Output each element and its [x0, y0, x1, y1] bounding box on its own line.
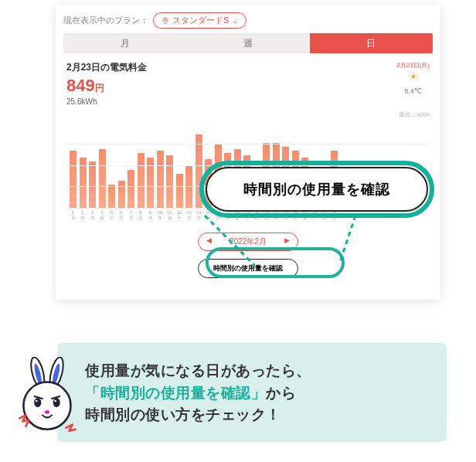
svg-point-18 — [53, 398, 60, 407]
chart-bar[interactable] — [108, 185, 115, 208]
svg-line-6 — [410, 73, 410, 74]
weather-widget: 2月23日(月) 9.4℃ — [396, 61, 430, 96]
tip-line3: 時間別の使い方をチェック！ — [85, 406, 281, 423]
next-month-icon[interactable]: ▶ — [284, 236, 290, 244]
chart-bar[interactable] — [196, 134, 202, 208]
month-picker[interactable]: ◀ 2022年2月 ▶ — [198, 233, 298, 251]
svg-point-21 — [45, 410, 49, 413]
summary-title: 2月23日の電気料金 — [66, 61, 147, 74]
chart-bar[interactable] — [128, 170, 134, 208]
chart-bar[interactable] — [70, 151, 76, 208]
tab-day[interactable]: 日 — [310, 33, 433, 53]
tip-bubble: 使用量が気になる日があったら、 「時間別の使用量を確認」から 時間別の使い方をチ… — [57, 343, 447, 442]
summary-price: 849円 — [66, 76, 147, 96]
svg-point-17 — [34, 398, 41, 407]
plan-label: 現在表示中のプラン： — [63, 15, 148, 26]
chart-bar[interactable] — [176, 174, 183, 208]
weather-temp: 9.4℃ — [396, 87, 430, 97]
weather-date: 2月23日(月) — [396, 61, 430, 70]
plan-row: 現在表示中のプラン： スタンダードS ⌄ — [56, 5, 440, 33]
svg-point-0 — [165, 19, 166, 20]
prev-month-icon[interactable]: ◀ — [206, 236, 212, 244]
hourly-usage-button[interactable]: 時間別の使用量を確認 — [198, 259, 298, 278]
svg-line-8 — [410, 79, 410, 80]
callout-label: 時間別の使用量を確認 — [243, 180, 390, 199]
chevron-down-icon: ⌄ — [232, 16, 238, 25]
tip-line1: 使用量が気になる日があったら、 — [85, 362, 311, 379]
svg-point-1 — [411, 75, 415, 79]
chart-bar[interactable] — [166, 155, 173, 208]
pin-icon — [162, 17, 169, 25]
svg-point-16 — [23, 382, 70, 430]
plan-name: スタンダードS — [172, 15, 229, 26]
tip-highlight: 「時間別の使用量を確認」 — [85, 385, 266, 401]
month-label: 2022年2月 — [230, 237, 267, 246]
tab-month[interactable]: 月 — [63, 33, 186, 53]
chart-bar[interactable] — [157, 151, 164, 208]
hourly-usage-callout[interactable]: 時間別の使用量を確認 — [206, 167, 428, 212]
usage-card: 現在表示中のプラン： スタンダードS ⌄ 月 週 日 2月23日の電気料金 84… — [56, 5, 440, 300]
chart-bar[interactable] — [99, 149, 106, 208]
svg-point-20 — [54, 400, 56, 403]
svg-line-9 — [416, 73, 416, 74]
summary-row: 2月23日の電気料金 849円 25.6kWh 2月23日(月) 9.4℃ — [56, 53, 440, 107]
unit-note: 単位：kWh — [56, 110, 440, 119]
period-tabs: 月 週 日 — [63, 33, 433, 53]
chart-bar[interactable] — [89, 161, 96, 208]
chart-bar[interactable] — [185, 166, 192, 209]
plan-selector[interactable]: スタンダードS ⌄ — [153, 12, 246, 29]
sun-icon — [408, 71, 419, 82]
summary-kwh: 25.6kWh — [66, 97, 147, 106]
chart-bar[interactable] — [118, 181, 125, 208]
tab-week[interactable]: 週 — [186, 33, 309, 53]
rabbit-mascot-icon — [17, 357, 80, 443]
chart-bar[interactable] — [138, 153, 144, 208]
svg-point-19 — [36, 400, 38, 403]
svg-line-7 — [416, 79, 416, 80]
